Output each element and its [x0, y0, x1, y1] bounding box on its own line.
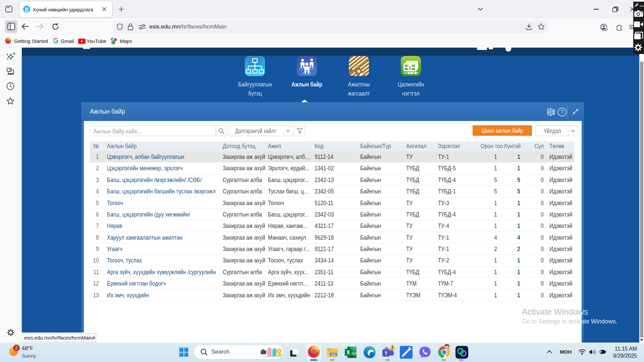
svg-text:X: X — [346, 350, 350, 355]
svg-text:2: 2 — [15, 345, 18, 351]
svg-text:T: T — [384, 351, 387, 356]
svg-text:1: 1 — [409, 65, 411, 70]
svg-text:?: ? — [560, 109, 564, 115]
